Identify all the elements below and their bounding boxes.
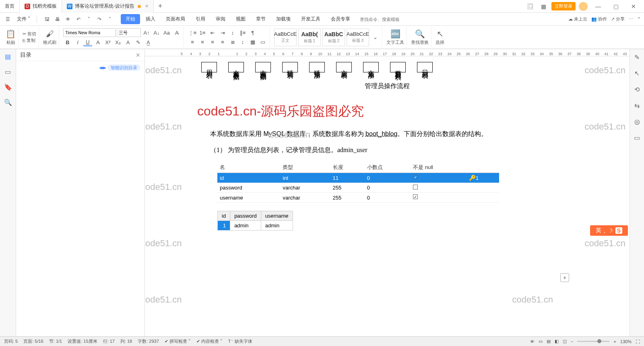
align-center-icon[interactable]: ≡	[198, 38, 207, 46]
undo-drop-icon[interactable]: ˅	[85, 15, 93, 24]
pointer-icon[interactable]: ↖	[632, 68, 642, 78]
ribbon-tab-reference[interactable]: 引用	[191, 14, 210, 24]
char-border-button[interactable]: A̲	[144, 38, 153, 46]
settings-icon[interactable]: ⟲	[632, 84, 642, 94]
ruler[interactable]: 5432112345678910111213141516171819202122…	[145, 49, 630, 56]
tab-templates[interactable]: D找稻壳模板	[20, 0, 62, 13]
numbering-icon[interactable]: 1≡	[198, 29, 207, 37]
zoom-slider[interactable]	[577, 341, 609, 342]
zoom-label[interactable]: 130%	[620, 339, 632, 344]
close-window-button[interactable]: ✕	[626, 1, 641, 12]
show-marks-icon[interactable]: ¶	[248, 29, 257, 37]
ribbon-tab-addin[interactable]: 加载项	[271, 14, 295, 24]
copy-button[interactable]: ⎘ 复制	[23, 37, 36, 43]
find-pane-icon[interactable]: 🔍	[3, 97, 13, 107]
border-icon[interactable]: ▭	[258, 38, 267, 46]
styles-expand-icon[interactable]: ⌄	[371, 33, 380, 41]
collapse-ribbon-icon[interactable]: ⌃	[637, 16, 641, 22]
thumbnails-icon[interactable]: ▭	[3, 67, 13, 76]
font-family-select[interactable]	[63, 28, 116, 37]
strike-button[interactable]: A̵	[93, 38, 102, 46]
hamburger-icon[interactable]: ☰	[3, 15, 12, 24]
distribute-icon[interactable]: ≣	[228, 38, 237, 46]
tab-document[interactable]: W博客论坛管理系统-设计报告✕	[62, 0, 154, 13]
redo-drop-icon[interactable]: ˅	[105, 15, 114, 24]
document-area[interactable]: 5432112345678910111213141516171819202122…	[145, 49, 630, 336]
avatar-icon[interactable]	[579, 2, 588, 11]
target-icon[interactable]: ◎	[632, 117, 642, 126]
login-button[interactable]: 立即登录	[551, 2, 576, 10]
status-set[interactable]: 设置值: 15厘米	[68, 338, 97, 344]
fullscreen-icon[interactable]: ⛶	[636, 339, 640, 344]
close-outline-icon[interactable]: ✕	[136, 52, 140, 58]
case-icon[interactable]: Aa	[162, 29, 171, 37]
print-layout-icon[interactable]: ▭	[539, 339, 543, 344]
status-col[interactable]: 列: 18	[120, 338, 132, 344]
ribbon-tab-start[interactable]: 开始	[121, 14, 140, 24]
font-size-select[interactable]	[117, 28, 141, 37]
clear-format-icon[interactable]: A̶	[172, 29, 181, 37]
text-tools-button[interactable]: 🔤文字工具	[386, 29, 404, 45]
close-tab-icon[interactable]: ✕	[145, 4, 149, 9]
italic-button[interactable]: I	[73, 38, 82, 46]
read-mode-icon[interactable]: 👁	[530, 339, 535, 344]
status-section[interactable]: 节: 1/1	[49, 338, 62, 344]
cloud-status[interactable]: ☁ 未上云	[568, 16, 587, 22]
highlight-button[interactable]: ✎	[134, 38, 142, 46]
bold-button[interactable]: B	[63, 38, 72, 46]
outdent-icon[interactable]: ⇤	[208, 29, 217, 37]
superscript-button[interactable]: X²	[103, 38, 112, 46]
page[interactable]: 用户列表文章发表数据文章浏览数据链接列表链接添加文章列表文章添加前台栏目列表日志…	[169, 58, 605, 336]
style-normal[interactable]: AaBbCcE正文	[274, 29, 297, 46]
pagenum-inserter[interactable]: +	[560, 273, 569, 282]
shrink-font-icon[interactable]: A↓	[152, 29, 161, 37]
status-row[interactable]: 行: 17	[103, 338, 115, 344]
shading-icon[interactable]: ▦	[248, 38, 257, 46]
style-h2[interactable]: AaBbC标题 2	[322, 29, 345, 46]
share-button[interactable]: ↗ 分享	[611, 16, 625, 22]
command-search-input[interactable]	[360, 15, 416, 24]
ribbon-tab-insert[interactable]: 插入	[141, 14, 160, 24]
zoom-in-button[interactable]: +	[613, 339, 616, 344]
status-spell[interactable]: ✔ 拼写检查 ˅	[165, 338, 191, 344]
status-page[interactable]: 页面: 5/16	[23, 338, 43, 344]
transfer-icon[interactable]: ⇆	[632, 101, 642, 110]
undo-icon[interactable]: ↶	[74, 15, 83, 24]
fit-width-icon[interactable]: ◫	[563, 339, 567, 344]
collab-button[interactable]: 👥 协作	[591, 16, 607, 22]
web-layout-icon[interactable]: ▤	[547, 339, 551, 344]
ribbon-tab-layout[interactable]: 页面布局	[161, 14, 190, 24]
maximize-button[interactable]: ▢	[609, 1, 623, 12]
ribbon-tab-vip[interactable]: 会员专享	[326, 14, 355, 24]
paste-button[interactable]: 📋粘贴	[6, 29, 16, 45]
save-icon[interactable]: 🖫	[43, 15, 52, 24]
layout-icon[interactable]: ⿴	[526, 2, 535, 11]
format-brush-button[interactable]: 🖌格式刷	[43, 29, 56, 45]
status-content[interactable]: ✔ 内容检查 ˅	[196, 338, 223, 344]
indent-icon[interactable]: ⇥	[218, 29, 227, 37]
print-icon[interactable]: 🖶	[53, 15, 62, 24]
align-right-icon[interactable]: ≡	[208, 38, 217, 46]
sort-icon[interactable]: ↕	[228, 29, 237, 37]
style-h1[interactable]: AaBb(标题 1	[298, 29, 321, 46]
outline-view-icon[interactable]: ▤	[3, 51, 13, 61]
ribbon-tab-review[interactable]: 审阅	[211, 14, 230, 24]
redo-icon[interactable]: ↷	[95, 15, 104, 24]
book-icon[interactable]: ▭	[632, 133, 642, 142]
bookmark-icon[interactable]: 🔖	[3, 82, 13, 92]
zoom-out-button[interactable]: −	[571, 339, 573, 344]
align-justify-icon[interactable]: ≡	[218, 38, 227, 46]
outline-smart[interactable]: 智能识别目录	[16, 61, 144, 73]
file-menu[interactable]: 文件 ˅	[14, 16, 33, 23]
tab-home[interactable]: 首页	[0, 0, 20, 13]
find-replace-button[interactable]: 🔍查找替换	[411, 29, 429, 45]
status-words[interactable]: 字数: 2937	[138, 338, 159, 344]
preview-icon[interactable]: 👁	[64, 15, 72, 24]
bullets-icon[interactable]: ⋮≡	[188, 29, 197, 37]
style-h3[interactable]: AaBbCcE标题 3	[347, 29, 369, 46]
grow-font-icon[interactable]: A↑	[142, 29, 151, 37]
apps-icon[interactable]: ▦	[539, 2, 548, 11]
ribbon-tab-view[interactable]: 视图	[231, 14, 250, 24]
align-left-icon[interactable]: ≡	[188, 38, 197, 46]
status-missing-font[interactable]: T⁻ 缺失字体	[228, 338, 252, 344]
